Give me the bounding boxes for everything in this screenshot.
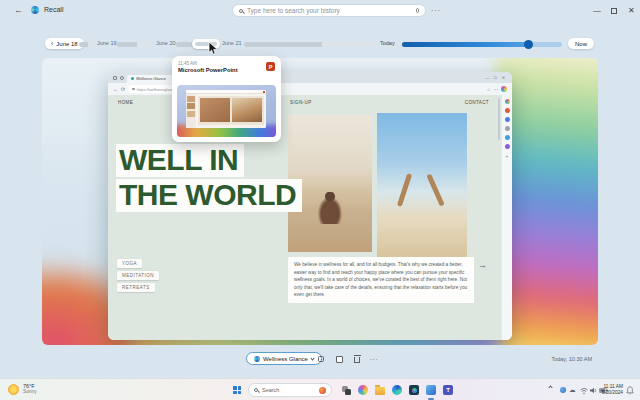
tray-app-icon[interactable] [560, 387, 566, 393]
snapshot-timestamp: Today, 10:30 AM [551, 356, 592, 362]
menu-item-yoga[interactable]: YOGA [117, 259, 142, 268]
arrow-right-icon[interactable]: → [478, 260, 487, 270]
maximize-button[interactable] [611, 8, 617, 14]
hover-card-thumbnail[interactable] [177, 85, 276, 137]
nav-contact[interactable]: CONTACT [465, 100, 489, 105]
timeline-date-label[interactable]: June 20 [156, 40, 176, 46]
browser-window: Wellness Glance + — □ ✕ ← ⟳ https://well… [108, 72, 512, 340]
favorites-icon[interactable]: ☆ [486, 87, 490, 92]
sidebar-profile-icon[interactable] [505, 99, 510, 104]
close-button[interactable]: ✕ [628, 6, 635, 15]
taskbar-app-edge[interactable] [391, 384, 403, 396]
taskbar-search-input[interactable]: Search [248, 383, 332, 397]
history-search-input[interactable]: Type here to search your history [232, 4, 426, 17]
menu-item-retreats[interactable]: RETREATS [117, 283, 155, 292]
taskbar-app-photos[interactable] [408, 384, 420, 396]
sidebar-item-icon[interactable] [505, 117, 510, 122]
mini-close-icon [263, 91, 266, 94]
lock-icon [132, 88, 135, 91]
sidebar-item-icon[interactable] [505, 144, 510, 149]
reframe-icon [318, 356, 325, 363]
timeline-segment[interactable] [244, 42, 374, 47]
taskbar-app-teams[interactable]: T [442, 384, 454, 396]
taskbar-clock[interactable]: 11:11 AM 6/20/2024 [602, 384, 623, 396]
browser-refresh-icon[interactable]: ⟳ [121, 86, 125, 92]
nav-home[interactable]: HOME [118, 100, 133, 105]
taskbar-app-copilot[interactable] [357, 384, 369, 396]
copy-button[interactable] [334, 354, 344, 364]
figure-silhouette [397, 173, 412, 207]
timeline-selected-date[interactable]: ‹ June 18 [45, 38, 84, 49]
search-icon [239, 9, 243, 13]
sidebar-item-icon[interactable] [505, 126, 510, 131]
slide-thumbnails [186, 94, 196, 128]
figure-silhouette [426, 173, 444, 206]
search-highlight-icon [319, 387, 326, 394]
nav-signup[interactable]: SIGN-UP [290, 100, 312, 105]
profile-avatar[interactable] [501, 86, 507, 92]
weather-widget[interactable]: 76°F Sunny [23, 383, 37, 394]
sidebar-item-icon[interactable] [505, 135, 510, 140]
active-app-indicator [428, 398, 434, 400]
tab-bar-icon[interactable] [113, 76, 117, 80]
photos-icon [409, 385, 419, 395]
tab-bar-icon[interactable] [120, 76, 124, 80]
teams-icon: T [443, 385, 453, 395]
timeline-segment[interactable] [117, 42, 150, 47]
more-icon: ··· [370, 356, 379, 363]
page-title: WELL IN THE WORLD [116, 144, 302, 212]
taskbar-search-label: Search [262, 387, 315, 393]
taskbar-app-task-view[interactable] [340, 384, 352, 396]
mic-icon[interactable] [416, 8, 419, 13]
recall-logo-icon [31, 6, 39, 14]
volume-icon[interactable] [590, 387, 597, 394]
back-button[interactable]: ← [14, 5, 23, 15]
titlebar-more-button[interactable]: ··· [431, 7, 441, 14]
app-filter-icon [254, 356, 260, 362]
onedrive-cloud-icon[interactable]: ☁ [569, 386, 576, 394]
now-button[interactable]: Now [568, 38, 594, 49]
yoga-stretch-photo [377, 113, 467, 257]
powerpoint-icon: P [266, 62, 275, 71]
edge-icon [392, 385, 402, 395]
wifi-icon[interactable] [580, 388, 588, 394]
snapshot-hover-card[interactable]: 11:45 AM Microsoft PowerPoint P [172, 56, 281, 142]
sidebar-add-icon[interactable]: + [506, 153, 509, 159]
minimize-button[interactable]: — [593, 6, 601, 15]
headline-line-1: WELL IN [116, 144, 244, 177]
copy-icon [336, 356, 343, 363]
app-title: Recall [44, 6, 63, 13]
browser-url-bar: ← ⟳ https://wellnessglance.com ☆ ⋯ [108, 83, 512, 95]
timeline-date-label[interactable]: June 21 [222, 40, 242, 46]
sidebar-item-icon[interactable] [505, 108, 510, 113]
timeline-date-label[interactable]: June 19 [97, 40, 117, 46]
webpage-content: HOME SIGN-UP CONTACT WELL IN THE WORLD Y… [108, 95, 501, 340]
delete-button[interactable] [352, 354, 362, 364]
start-button[interactable] [233, 386, 241, 394]
browser-window-controls[interactable]: — □ ✕ [485, 75, 507, 80]
tray-chevron-up-icon[interactable] [548, 385, 552, 389]
tab-title: Wellness Glance [136, 76, 166, 81]
taskbar: 76°F Sunny Search T ☁ 11:11 AM 6/20/2024 [0, 378, 640, 400]
title-bar: ← Recall Type here to search your histor… [0, 0, 640, 26]
weather-sun-icon[interactable] [8, 384, 19, 395]
app-filter-button[interactable]: Wellness Glance [246, 352, 322, 365]
chevron-left-icon: ‹ [51, 40, 53, 47]
footer-more-button[interactable]: ··· [369, 354, 379, 364]
scrollbar[interactable] [498, 98, 501, 140]
snapshot-view: Wellness Glance + — □ ✕ ← ⟳ https://well… [42, 58, 598, 345]
browser-back-icon[interactable]: ← [113, 86, 118, 92]
timeline-segment[interactable] [79, 42, 94, 47]
copilot-icon [358, 385, 368, 395]
notification-bell-icon[interactable] [626, 386, 634, 395]
menu-item-meditation[interactable]: MEDITATION [117, 271, 159, 280]
taskbar-app-recall[interactable] [425, 384, 437, 396]
browser-menu-icon[interactable]: ⋯ [494, 87, 499, 92]
time-slider-fill [402, 42, 532, 47]
time-slider-handle[interactable] [524, 40, 533, 49]
reframe-button[interactable] [316, 354, 326, 364]
app-filter-label: Wellness Glance [263, 356, 308, 362]
taskbar-app-explorer[interactable] [374, 384, 386, 396]
chevron-down-icon [310, 356, 314, 360]
browser-tab-bar: Wellness Glance + — □ ✕ [108, 72, 512, 83]
